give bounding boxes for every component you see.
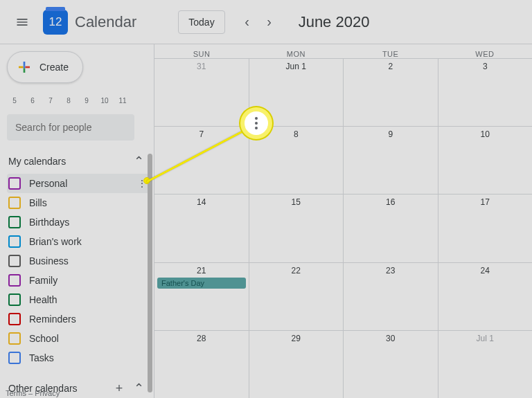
date-number: 31 — [154, 62, 249, 71]
calendar-checkbox[interactable] — [8, 255, 21, 267]
add-calendar-button[interactable]: + — [111, 380, 127, 397]
calendar-item[interactable]: Bills⋮ — [7, 193, 151, 212]
date-number: 9 — [344, 129, 438, 139]
day-header: SUN — [154, 44, 249, 58]
calendar-checkbox[interactable] — [8, 313, 21, 325]
calendar-checkbox[interactable] — [8, 216, 21, 228]
annotation-bubble — [240, 107, 272, 139]
day-cell[interactable]: 10 — [438, 127, 533, 194]
day-cell[interactable]: 24 — [438, 263, 533, 330]
today-button[interactable]: Today — [178, 10, 224, 34]
calendar-checkbox[interactable] — [8, 274, 21, 287]
calendar-item[interactable]: Birthdays⋮ — [7, 212, 151, 232]
day-cell[interactable]: 7 — [154, 127, 249, 194]
mini-calendar-row[interactable]: 567891011 — [8, 97, 151, 105]
calendar-checkbox[interactable] — [8, 293, 21, 306]
mini-day-cell[interactable]: 7 — [44, 97, 57, 105]
main: Create 567891011 My calendars ⌃ Personal… — [0, 44, 532, 398]
mini-day-cell[interactable]: 10 — [98, 97, 111, 105]
day-header: TUE — [344, 44, 438, 58]
day-cell[interactable]: 28 — [154, 331, 249, 398]
week-row: 14151617 — [154, 194, 532, 262]
date-number: 17 — [438, 197, 533, 207]
day-cell[interactable]: 14 — [154, 195, 249, 262]
my-calendars-title: My calendars — [8, 156, 66, 167]
calendar-label: Personal — [29, 178, 67, 189]
day-header: WED — [438, 44, 532, 58]
calendar-label: Tasks — [29, 352, 54, 363]
day-cell[interactable]: 30 — [344, 331, 438, 398]
date-number: 14 — [154, 197, 249, 207]
hamburger-icon — [15, 15, 29, 29]
day-cell[interactable]: 29 — [249, 331, 344, 398]
day-cell[interactable]: 17 — [438, 195, 533, 262]
calendar-checkbox[interactable] — [8, 235, 21, 248]
calendar-item[interactable]: Health⋮ — [7, 290, 151, 309]
current-month-label: June 2020 — [299, 13, 370, 31]
my-calendars-header[interactable]: My calendars ⌃ — [8, 153, 147, 170]
date-number: 2 — [344, 62, 438, 71]
calendar-checkbox[interactable] — [8, 197, 21, 209]
search-people-input[interactable] — [7, 114, 134, 141]
event-chip[interactable]: Father's Day — [157, 278, 246, 289]
day-cell[interactable]: 3 — [438, 59, 533, 126]
calendar-checkbox[interactable] — [8, 177, 21, 190]
calendar-grid: SUNMONTUEWED 31Jun 123789101415161721Fat… — [154, 44, 532, 398]
week-row: 282930Jul 1 — [154, 330, 532, 398]
week-row: 21Father's Day222324 — [154, 262, 532, 330]
sidebar: Create 567891011 My calendars ⌃ Personal… — [0, 44, 154, 398]
next-month-button[interactable]: › — [258, 11, 281, 33]
calendar-item[interactable]: Business⋮ — [7, 251, 151, 271]
calendar-label: Brian's work — [29, 236, 82, 247]
calendar-label: School — [29, 333, 59, 344]
calendar-item[interactable]: School⋮ — [7, 329, 151, 348]
calendar-item[interactable]: Tasks⋮ — [7, 348, 151, 368]
day-cell[interactable]: 2 — [344, 59, 438, 126]
svg-rect-0 — [24, 66, 26, 69]
date-number: 22 — [249, 266, 344, 275]
calendar-label: Reminders — [29, 314, 76, 325]
calendar-item[interactable]: Family⋮ — [7, 271, 151, 290]
plus-icon — [16, 59, 33, 75]
date-number: 15 — [249, 197, 344, 207]
date-number: 21 — [154, 266, 249, 275]
date-number: 3 — [438, 62, 533, 71]
calendar-label: Business — [29, 255, 69, 266]
calendar-item[interactable]: Brian's work⋮ — [7, 232, 151, 251]
date-number: Jul 1 — [438, 334, 533, 343]
mini-day-cell[interactable]: 8 — [62, 97, 75, 105]
day-cell[interactable]: 23 — [344, 263, 438, 330]
calendar-checkbox[interactable] — [8, 332, 21, 345]
day-cell[interactable]: Jul 1 — [438, 331, 533, 398]
mini-day-cell[interactable]: 11 — [116, 97, 129, 105]
calendar-item[interactable]: Personal⋮ — [7, 174, 151, 193]
calendar-label: Health — [29, 294, 57, 305]
prev-month-button[interactable]: ‹ — [236, 11, 258, 33]
date-number: 28 — [154, 334, 249, 343]
mini-day-cell[interactable]: 6 — [26, 97, 39, 105]
date-number: 10 — [438, 129, 533, 139]
calendar-label: Birthdays — [29, 217, 69, 228]
day-cell[interactable]: 16 — [344, 195, 438, 262]
mini-day-cell[interactable]: 9 — [80, 97, 93, 105]
day-cell[interactable]: 31 — [154, 59, 249, 126]
day-cell[interactable]: 9 — [344, 127, 438, 194]
more-options-icon — [255, 117, 258, 129]
day-cell[interactable]: 22 — [249, 263, 344, 330]
day-cell[interactable]: 15 — [249, 195, 344, 262]
day-cell[interactable]: 21Father's Day — [154, 263, 249, 330]
hamburger-menu[interactable] — [6, 6, 39, 39]
calendar-logo: 12 — [43, 10, 68, 35]
calendar-checkbox[interactable] — [8, 352, 21, 364]
date-number: 24 — [438, 266, 533, 275]
month-nav: ‹ › — [236, 11, 281, 33]
calendar-item[interactable]: Reminders⋮ — [7, 309, 151, 329]
mini-day-cell[interactable]: 5 — [8, 97, 21, 105]
date-number: 30 — [344, 334, 438, 343]
footer-links[interactable]: Terms – Privacy — [6, 389, 60, 397]
chevron-up-icon[interactable]: ⌃ — [130, 153, 147, 170]
create-button[interactable]: Create — [7, 51, 83, 83]
chevron-up-icon[interactable]: ⌃ — [130, 380, 147, 397]
date-number: 23 — [344, 266, 438, 275]
sidebar-scrollbar[interactable] — [148, 154, 152, 392]
